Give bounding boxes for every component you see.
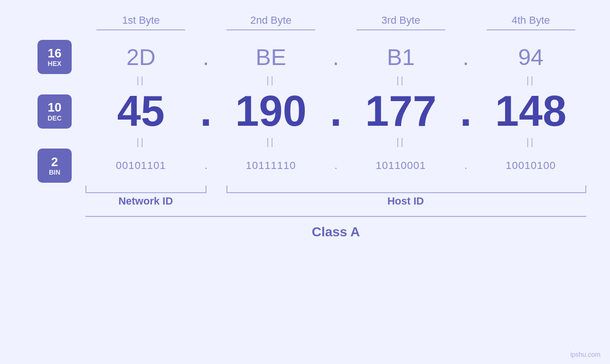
bin-dot-3: . [464,159,467,171]
hex-dot-1: . [203,45,209,70]
bin-val-4: 10010100 [506,159,556,171]
eq2-1: || [137,137,145,147]
hex-val-4: 94 [518,45,543,70]
dec-val-2: 190 [235,87,307,135]
bin-badge: 2 BIN [38,149,72,183]
bin-values-row: 00101101 . 10111110 . 10110001 . 1001010… [85,159,586,172]
equals-row-1: || || || || [24,75,586,86]
bin-dot-1: . [205,159,207,171]
main-container: 1st Byte 2nd Byte 3rd Byte 4th Byte 16 H… [0,0,610,364]
bin-val-1: 00101101 [116,159,166,171]
bin-row: 2 BIN 00101101 . 10111110 . 10110001 . 1… [24,149,586,183]
bottom-section: Network ID Host ID [24,186,586,207]
dec-badge: 10 DEC [38,94,72,129]
hex-values-row: 2D . BE . B1 . 94 [85,44,586,70]
class-section: Class A [24,216,586,240]
eq1-3: || [396,75,405,85]
brackets-row [85,186,586,193]
host-bracket [226,186,586,193]
hex-val-3: B1 [387,45,415,70]
equals-row-2: || || || || [24,137,586,148]
eq1-4: || [526,75,535,85]
network-bracket [85,186,206,193]
dec-values-row: 45 . 190 . 177 . 148 [85,87,586,136]
hex-badge: 16 HEX [38,40,72,74]
labels-row: Network ID Host ID [85,195,586,207]
eq2-3: || [396,137,405,147]
hex-dot-2: . [333,45,339,70]
class-label: Class A [85,221,586,240]
hex-val-1: 2D [126,45,155,70]
network-id-label: Network ID [85,195,206,207]
dec-val-4: 148 [495,87,566,135]
byte3-header: 3rd Byte [346,14,457,30]
eq1-1: || [137,75,145,85]
hex-row: 16 HEX 2D . BE . B1 . 94 [24,40,586,74]
byte4-header: 4th Byte [475,14,586,30]
dec-dot-3: . [460,87,472,135]
hex-val-2: BE [256,45,286,70]
bin-val-2: 10111110 [246,159,296,171]
equals-2-content: || || || || [85,137,586,148]
hex-dot-3: . [463,45,469,70]
dec-val-3: 177 [365,87,436,135]
eq1-2: || [266,75,275,85]
dec-dot-2: . [330,87,342,135]
class-bracket-line [85,216,586,217]
dec-dot-1: . [200,87,212,135]
equals-1-content: || || || || [85,75,586,86]
host-id-label: Host ID [225,195,586,207]
dec-row: 10 DEC 45 . 190 . 177 . 148 [24,87,586,136]
bin-dot-2: . [334,159,337,171]
watermark: ipshu.com [570,351,601,358]
byte1-header: 1st Byte [85,14,197,30]
byte2-header: 2nd Byte [216,14,327,30]
eq2-4: || [526,137,535,147]
eq2-2: || [266,137,275,147]
bin-val-3: 10110001 [375,159,426,171]
dec-val-1: 45 [117,87,165,135]
byte-headers: 1st Byte 2nd Byte 3rd Byte 4th Byte [24,14,586,30]
